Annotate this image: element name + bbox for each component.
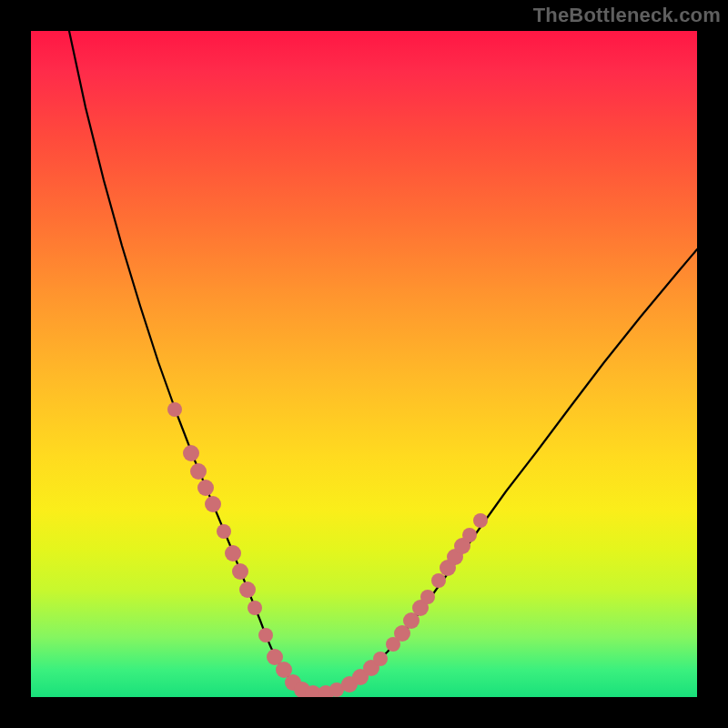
curve-marker — [431, 573, 446, 588]
chart-svg — [31, 31, 697, 697]
watermark-label: TheBottleneck.com — [533, 4, 721, 27]
curve-line — [69, 31, 697, 693]
curve-marker — [167, 402, 182, 417]
curve-marker — [239, 581, 256, 598]
curve-marker — [205, 496, 221, 512]
curve-marker — [190, 463, 207, 480]
curve-marker — [258, 628, 273, 642]
curve-marker — [225, 545, 241, 561]
marker-layer — [167, 402, 488, 697]
curve-marker — [183, 445, 199, 461]
curve-marker — [232, 563, 248, 580]
curve-marker — [197, 480, 214, 496]
curve-marker — [217, 524, 231, 539]
curve-marker — [248, 601, 262, 615]
curve-marker — [373, 652, 388, 666]
plot-area — [31, 31, 697, 697]
chart-frame: TheBottleneck.com — [0, 0, 728, 728]
curve-marker — [420, 590, 435, 604]
curve-marker — [462, 528, 477, 542]
curve-marker — [473, 513, 488, 528]
